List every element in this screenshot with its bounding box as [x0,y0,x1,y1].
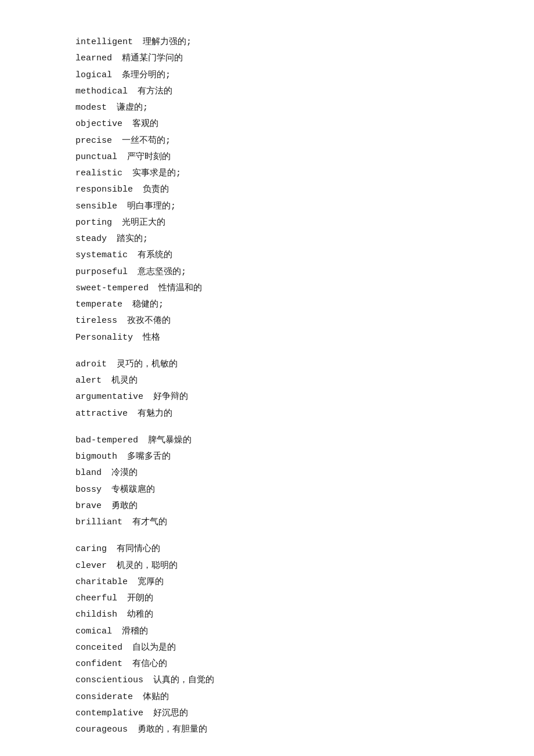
word-entry: logical 条理分明的; [75,68,459,83]
english-word: considerate [75,692,133,702]
english-word: attractive [75,409,128,419]
english-word: objective [75,119,122,129]
chinese-translation: 客观的 [127,119,158,129]
english-word: temperate [75,300,122,309]
chinese-translation: 光明正大的 [117,218,165,228]
chinese-translation: 宽厚的 [132,577,164,587]
chinese-translation: 脾气暴燥的 [143,435,192,445]
english-word: systematic [75,250,128,260]
chinese-translation: 严守时刻的 [122,152,171,162]
word-entry: childish 幼稚的 [75,607,459,622]
word-entry: caring 有同情心的 [75,542,459,557]
word-entry: realistic 实事求是的; [75,166,459,181]
chinese-translation: 有系统的 [132,250,172,260]
word-entry: cheerful 开朗的 [75,591,459,606]
word-entry: considerate 体贴的 [75,690,459,705]
word-entry: bossy 专横跋扈的 [75,483,459,498]
english-word: comical [75,627,112,636]
chinese-translation: 多嘴多舌的 [122,452,171,462]
word-entry: confident 有信心的 [75,657,459,672]
word-entry: intelligent 理解力强的; [75,35,459,50]
chinese-translation: 明白事理的; [122,201,176,211]
word-entry: bland 冷漠的 [75,466,459,481]
word-entry: tireless 孜孜不倦的 [75,314,459,329]
word-entry: bigmouth 多嘴多舌的 [75,449,459,465]
word-entry: argumentative 好争辩的 [75,390,459,405]
chinese-translation: 专横跋扈的 [106,485,155,495]
english-word: clever [75,561,107,571]
word-entry: conscientious 认真的，自觉的 [75,673,459,688]
english-word: cheerful [75,593,117,603]
english-word: steady [75,234,107,244]
chinese-translation: 谦虚的; [111,103,148,113]
english-word: tireless [75,316,117,326]
word-entry: brilliant 有才气的 [75,515,459,530]
chinese-translation: 灵巧的，机敏的 [111,359,178,369]
chinese-translation: 有信心的 [127,659,167,669]
english-word: modest [75,103,107,113]
chinese-translation: 有同情心的 [111,544,160,554]
chinese-translation: 性格 [138,333,160,343]
word-entry: alert 机灵的 [75,373,459,388]
section-gap [75,531,459,542]
word-entry: methodical 有方法的 [75,84,459,99]
chinese-translation: 体贴的 [138,692,169,702]
chinese-translation: 条理分明的; [117,70,171,80]
english-word: bad-tempered [75,435,138,445]
english-word: logical [75,70,112,80]
english-word: brilliant [75,517,122,527]
word-entry: charitable 宽厚的 [75,575,459,590]
english-word: bossy [75,485,102,495]
english-word: courageous [75,725,128,735]
english-word: contemplative [75,708,143,718]
chinese-translation: 自以为是的 [127,643,176,653]
chinese-translation: 精通某门学问的 [117,53,183,63]
english-word: charitable [75,577,128,587]
chinese-translation: 勇敢的，有胆量的 [132,725,207,735]
word-entry: comical 滑稽的 [75,624,459,639]
word-entry: courageous 勇敢的，有胆量的 [75,722,459,737]
english-word: Personality [75,333,133,343]
english-word: realistic [75,168,122,178]
word-entry: attractive 有魅力的 [75,406,459,422]
word-entry: sweet-tempered 性情温和的 [75,281,459,296]
chinese-translation: 一丝不苟的; [117,136,171,146]
english-word: intelligent [75,37,133,47]
chinese-translation: 有才气的 [127,517,167,527]
word-entry: porting 光明正大的 [75,215,459,231]
word-entry: sensible 明白事理的; [75,199,459,214]
word-entry: precise 一丝不苟的; [75,134,459,149]
chinese-translation: 理解力强的; [138,37,192,47]
word-entry: temperate 稳健的; [75,297,459,312]
english-word: bland [75,468,102,478]
word-entry: adroit 灵巧的，机敏的 [75,357,459,372]
word-entry: responsible 负责的 [75,182,459,197]
english-word: childish [75,610,117,620]
chinese-translation: 开朗的 [122,593,153,603]
word-entry: Personality 性格 [75,330,459,345]
word-entry: punctual 严守时刻的 [75,150,459,165]
english-word: conscientious [75,675,143,685]
english-word: sweet-tempered [75,283,149,293]
english-word: methodical [75,87,128,96]
chinese-translation: 好沉思的 [148,708,188,718]
word-entry: steady 踏实的; [75,232,459,247]
chinese-translation: 实事求是的; [127,168,181,178]
english-word: responsible [75,185,133,195]
english-word: caring [75,544,107,554]
chinese-translation: 冷漠的 [106,468,138,478]
english-word: alert [75,376,102,386]
word-entry: conceited 自以为是的 [75,640,459,656]
chinese-translation: 机灵的 [106,376,138,386]
chinese-translation: 幼稚的 [122,610,153,620]
english-word: confident [75,659,122,669]
english-word: bigmouth [75,452,117,462]
word-entry: purposeful 意志坚强的; [75,265,459,280]
word-entry: brave 勇敢的 [75,499,459,514]
english-word: argumentative [75,392,143,402]
english-word: porting [75,218,112,228]
english-word: brave [75,501,102,511]
chinese-translation: 孜孜不倦的 [122,316,171,326]
word-entry: systematic 有系统的 [75,248,459,263]
english-word: adroit [75,359,107,369]
